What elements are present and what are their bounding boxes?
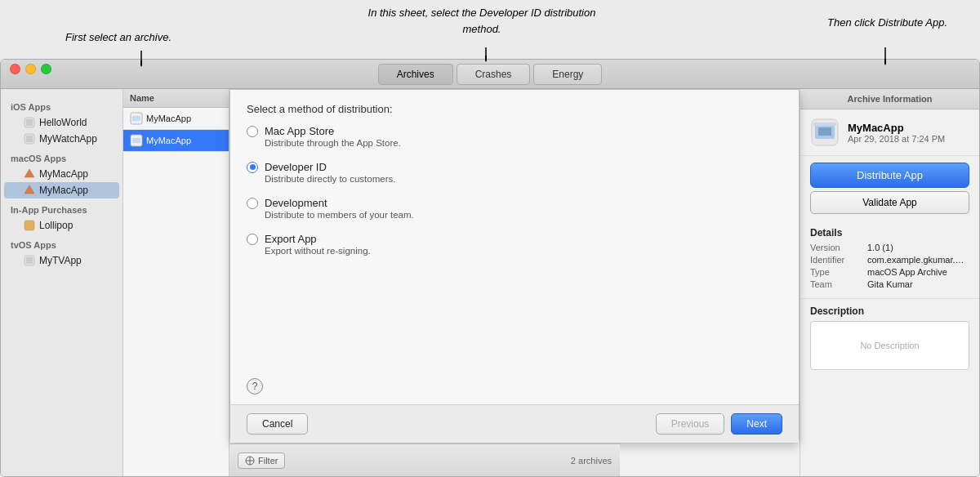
info-team-row: Team Gita Kumar bbox=[810, 279, 969, 289]
archive-item-label: MyMacApp bbox=[146, 136, 191, 145]
svg-marker-10 bbox=[24, 169, 34, 177]
radio-export-app[interactable] bbox=[247, 234, 258, 245]
tvos-app-icon bbox=[24, 255, 35, 266]
content-area: iOS Apps HelloWorld MyWatchApp macOS App… bbox=[1, 89, 979, 476]
info-type-row: Type macOS App Archive bbox=[810, 267, 969, 277]
identifier-label: Identifier bbox=[810, 255, 867, 265]
archive-file-icon bbox=[130, 134, 143, 147]
traffic-lights bbox=[10, 64, 51, 74]
sidebar-item-mymacapp2[interactable]: MyMacApp bbox=[4, 182, 119, 198]
team-value: Gita Kumar bbox=[867, 279, 913, 289]
iap-icon bbox=[24, 220, 35, 231]
sidebar-section-ios: iOS Apps bbox=[1, 96, 122, 114]
sidebar-item-helloworld[interactable]: HelloWorld bbox=[1, 114, 122, 131]
svg-rect-18 bbox=[132, 138, 140, 143]
option-export-app-label: Export App bbox=[265, 233, 317, 245]
archive-list-panel: Name MyMacApp MyMacApp bbox=[123, 89, 229, 476]
option-mac-app-store[interactable]: Mac App Store Distribute through the App… bbox=[247, 125, 782, 148]
toolbar: Archives Crashes Energy bbox=[1, 60, 979, 89]
tab-archives[interactable]: Archives bbox=[378, 64, 453, 85]
app-archive-icon bbox=[810, 118, 840, 147]
option-export-app[interactable]: Export App Export without re-signing. bbox=[247, 233, 782, 256]
svg-rect-24 bbox=[818, 127, 831, 136]
sidebar-section-tvos: tvOS Apps bbox=[1, 234, 122, 252]
tab-bar: Archives Crashes Energy bbox=[376, 64, 604, 85]
option-development-label: Development bbox=[265, 197, 327, 209]
sidebar-item-label: MyTVApp bbox=[39, 255, 82, 266]
archive-item-label: MyMacApp bbox=[146, 114, 191, 123]
distribution-sheet: Select a method of distribution: Mac App… bbox=[229, 89, 800, 444]
cancel-button[interactable]: Cancel bbox=[247, 413, 308, 435]
sidebar: iOS Apps HelloWorld MyWatchApp macOS App… bbox=[1, 89, 123, 476]
annotation-first-select: First select an archive. bbox=[65, 31, 245, 45]
info-details-title: Details bbox=[810, 227, 969, 238]
radio-developer-id[interactable] bbox=[247, 162, 258, 173]
identifier-value: com.example.gkumar.MyMa... bbox=[867, 255, 969, 265]
type-value: macOS App Archive bbox=[867, 267, 947, 277]
info-app-details: MyMacApp Apr 29, 2018 at 7:24 PM bbox=[848, 122, 945, 144]
sheet-footer: Cancel Previous Next bbox=[230, 404, 799, 443]
option-developer-id-desc: Distribute directly to customers. bbox=[265, 174, 782, 184]
macos-app-icon bbox=[24, 168, 35, 180]
sidebar-item-mywatchapp[interactable]: MyWatchApp bbox=[1, 131, 122, 147]
macos-app-icon bbox=[24, 185, 35, 196]
archive-item-2[interactable]: MyMacApp bbox=[123, 130, 229, 152]
archive-item-1[interactable]: MyMacApp bbox=[123, 108, 229, 130]
archive-file-icon bbox=[130, 112, 143, 125]
maximize-button[interactable] bbox=[41, 64, 51, 74]
radio-mac-app-store[interactable] bbox=[247, 126, 258, 137]
sidebar-section-macos: macOS Apps bbox=[1, 147, 122, 166]
filter-button[interactable]: Filter bbox=[238, 452, 285, 469]
info-details-section: Details Version 1.0 (1) Identifier com.e… bbox=[800, 221, 979, 299]
sidebar-item-label: HelloWorld bbox=[39, 117, 87, 128]
sheet-container: Select a method of distribution: Mac App… bbox=[229, 89, 800, 476]
minimize-button[interactable] bbox=[25, 64, 36, 74]
tab-energy[interactable]: Energy bbox=[533, 64, 602, 85]
option-developer-id[interactable]: Developer ID Distribute directly to cust… bbox=[247, 161, 782, 184]
sheet-title: Select a method of distribution: bbox=[230, 90, 799, 125]
option-developer-id-label: Developer ID bbox=[265, 161, 327, 173]
close-button[interactable] bbox=[10, 64, 20, 74]
sheet-footer-right: Previous Next bbox=[656, 413, 782, 435]
option-development-desc: Distribute to members of your team. bbox=[265, 210, 782, 220]
info-panel: Archive Information MyMacApp Apr 29, 201… bbox=[800, 89, 979, 476]
svg-rect-16 bbox=[132, 116, 140, 121]
validate-app-button[interactable]: Validate App bbox=[810, 191, 969, 214]
info-app-name: MyMacApp bbox=[848, 122, 945, 134]
sheet-help: ? bbox=[230, 372, 799, 404]
radio-development[interactable] bbox=[247, 198, 258, 209]
tab-crashes[interactable]: Crashes bbox=[457, 64, 531, 85]
sidebar-item-label: Lollipop bbox=[39, 220, 73, 231]
filter-icon bbox=[245, 456, 255, 466]
type-label: Type bbox=[810, 267, 867, 277]
sidebar-item-mymacapp1[interactable]: MyMacApp bbox=[1, 166, 122, 182]
annotation-distribute: Then click Distribute App. bbox=[727, 16, 947, 30]
sidebar-item-label: MyMacApp bbox=[39, 185, 88, 196]
archive-list-items: MyMacApp MyMacApp bbox=[123, 108, 229, 476]
option-mac-app-store-label: Mac App Store bbox=[265, 125, 334, 137]
info-app-row: MyMacApp Apr 29, 2018 at 7:24 PM bbox=[800, 109, 979, 156]
info-app-date: Apr 29, 2018 at 7:24 PM bbox=[848, 134, 945, 144]
previous-button[interactable]: Previous bbox=[656, 413, 725, 435]
distribute-app-button[interactable]: Distribute App bbox=[810, 163, 969, 188]
sidebar-item-label: MyWatchApp bbox=[39, 133, 97, 145]
info-description-box[interactable]: No Description bbox=[810, 321, 969, 370]
svg-rect-25 bbox=[813, 123, 836, 126]
info-description-placeholder: No Description bbox=[860, 341, 919, 350]
help-button[interactable]: ? bbox=[247, 378, 263, 395]
sidebar-item-mytvapp[interactable]: MyTVApp bbox=[1, 252, 122, 269]
info-description-section: Description No Description bbox=[800, 299, 979, 476]
annotation-sheet: In this sheet, select the Developer ID d… bbox=[351, 5, 612, 37]
info-version-row: Version 1.0 (1) bbox=[810, 243, 969, 252]
svg-rect-12 bbox=[24, 221, 34, 230]
main-window: Archives Crashes Energy iOS Apps HelloWo… bbox=[0, 59, 980, 477]
info-identifier-row: Identifier com.example.gkumar.MyMa... bbox=[810, 255, 969, 265]
sidebar-section-iap: In-App Purchases bbox=[1, 198, 122, 217]
version-value: 1.0 (1) bbox=[867, 243, 893, 252]
option-development[interactable]: Development Distribute to members of you… bbox=[247, 197, 782, 220]
sidebar-item-label: MyMacApp bbox=[39, 168, 88, 180]
option-mac-app-store-desc: Distribute through the App Store. bbox=[265, 138, 782, 148]
sidebar-item-lollipop[interactable]: Lollipop bbox=[1, 217, 122, 234]
next-button[interactable]: Next bbox=[731, 413, 782, 435]
svg-rect-14 bbox=[26, 257, 33, 264]
